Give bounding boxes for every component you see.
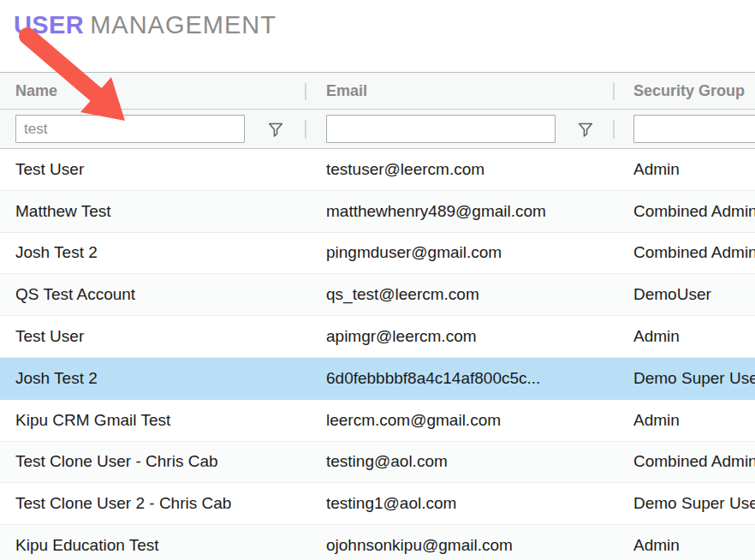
- cell-name: QS Test Account: [0, 285, 306, 304]
- cell-email: 6d0febbbbf8a4c14af800c5c...: [306, 369, 614, 388]
- cell-name: Test User: [0, 160, 306, 179]
- cell-email: leercm.com@gmail.com: [306, 411, 614, 430]
- column-header-email[interactable]: Email: [306, 82, 614, 100]
- table-row[interactable]: Kipu CRM Gmail Test leercm.com@gmail.com…: [0, 400, 755, 442]
- cell-name: Test Clone User - Chris Cab: [0, 452, 306, 471]
- cell-security-group: Admin: [614, 536, 755, 555]
- cell-email: pingmduser@gmail.com: [306, 243, 614, 262]
- table-row[interactable]: Test User testuser@leercm.com Admin: [0, 149, 755, 191]
- cell-security-group: Demo Super User: [614, 369, 755, 388]
- table-row[interactable]: Josh Test 2 pingmduser@gmail.com Combine…: [0, 233, 755, 275]
- cell-email: qs_test@leercm.com: [306, 285, 614, 304]
- cell-name: Test User: [0, 327, 306, 346]
- page-title: USERMANAGEMENT: [14, 11, 276, 39]
- name-filter-input[interactable]: [15, 115, 245, 143]
- cell-security-group: Combined Admin: [614, 243, 755, 262]
- cell-name: Josh Test 2: [0, 243, 306, 262]
- column-header-security-group[interactable]: Security Group: [614, 82, 755, 100]
- cell-security-group: Combined Admin: [614, 452, 755, 471]
- column-divider: [305, 120, 306, 139]
- column-header-name[interactable]: Name: [0, 82, 306, 100]
- email-filter-button[interactable]: [574, 117, 597, 141]
- table-row[interactable]: Matthew Test matthewhenry489@gmail.com C…: [0, 191, 755, 233]
- user-management-screen: USERMANAGEMENT Name Email Security Group: [0, 0, 755, 560]
- cell-security-group: Admin: [614, 327, 755, 346]
- cell-name: Kipu Education Test: [0, 536, 306, 555]
- table-header-row: Name Email Security Group: [0, 72, 755, 110]
- cell-security-group: Demo Super User: [614, 494, 755, 513]
- cell-email: testuser@leercm.com: [306, 160, 614, 179]
- table-row[interactable]: Test User apimgr@leercm.com Admin: [0, 316, 755, 358]
- page-title-secondary: MANAGEMENT: [90, 11, 276, 39]
- funnel-icon: [266, 120, 285, 139]
- table-row[interactable]: Test Clone User 2 - Chris Cab testing1@a…: [0, 483, 755, 525]
- page-title-primary: USER: [14, 11, 84, 39]
- filter-row: [0, 110, 755, 149]
- security-group-filter-input[interactable]: [633, 115, 755, 143]
- column-divider: [305, 83, 306, 100]
- cell-security-group: Combined Admin: [614, 202, 755, 221]
- table-row[interactable]: QS Test Account qs_test@leercm.com DemoU…: [0, 274, 755, 316]
- table-row[interactable]: Kipu Education Test ojohnsonkipu@gmail.c…: [0, 525, 755, 560]
- cell-email: testing1@aol.com: [306, 494, 614, 513]
- column-divider: [613, 120, 615, 139]
- cell-name: Josh Test 2: [0, 369, 306, 388]
- email-filter-input[interactable]: [326, 115, 556, 143]
- user-table-body: Test User testuser@leercm.com Admin Matt…: [0, 149, 755, 560]
- column-divider: [613, 83, 615, 100]
- funnel-icon: [576, 120, 595, 139]
- cell-email: apimgr@leercm.com: [306, 327, 614, 346]
- cell-security-group: Admin: [614, 160, 755, 179]
- cell-name: Test Clone User 2 - Chris Cab: [0, 494, 306, 513]
- cell-email: matthewhenry489@gmail.com: [306, 202, 614, 221]
- cell-name: Matthew Test: [0, 202, 306, 221]
- table-row-selected[interactable]: Josh Test 2 6d0febbbbf8a4c14af800c5c... …: [0, 358, 755, 400]
- table-row[interactable]: Test Clone User - Chris Cab testing@aol.…: [0, 442, 755, 484]
- cell-email: ojohnsonkipu@gmail.com: [306, 536, 614, 555]
- cell-email: testing@aol.com: [306, 452, 614, 471]
- name-filter-button[interactable]: [264, 117, 288, 141]
- cell-security-group: Admin: [614, 411, 755, 430]
- cell-name: Kipu CRM Gmail Test: [0, 411, 306, 430]
- cell-security-group: DemoUser: [614, 285, 755, 304]
